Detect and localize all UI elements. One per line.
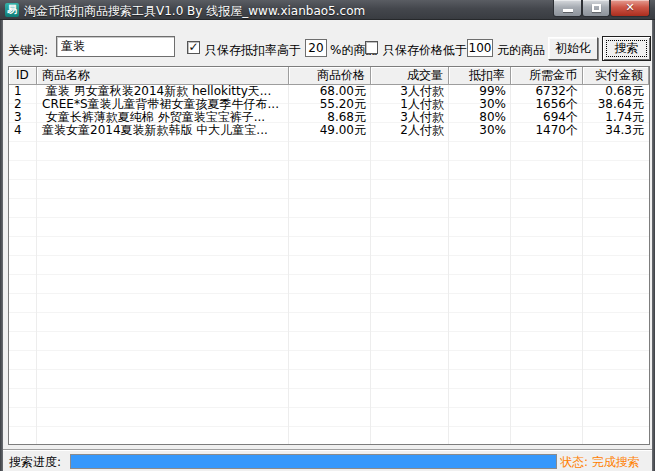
- column-header-volume[interactable]: 成交量: [371, 67, 449, 85]
- cell-name: 童装女童2014夏装新款韩版 中大儿童宝...: [37, 124, 289, 137]
- window-title: 淘金币抵扣商品搜索工具V1.0 By 线报屋_www.xianbao5.com: [24, 3, 365, 20]
- cell-volume: 3人付款: [371, 85, 449, 98]
- cell-coins: 1470个: [511, 124, 583, 137]
- cell-price: 49.00元: [289, 124, 371, 137]
- table-body: 1 童装 男女童秋装2014新款 hellokitty天... 68.00元 3…: [9, 85, 649, 444]
- cell-id: 2: [9, 98, 37, 111]
- filter-rate-checkbox[interactable]: ✓: [187, 41, 200, 54]
- table-header-row: ID 商品名称 商品价格 成交量 抵扣率 所需金币 实付金额: [9, 67, 649, 85]
- cell-paid: 1.74元: [583, 111, 649, 124]
- column-header-price[interactable]: 商品价格: [289, 67, 371, 85]
- cell-paid: 34.3元: [583, 124, 649, 137]
- app-window: 易 淘金币抵扣商品搜索工具V1.0 By 线报屋_www.xianbao5.co…: [0, 0, 655, 471]
- cell-id: 3: [9, 111, 37, 124]
- minimize-button[interactable]: [553, 0, 582, 17]
- maximize-button[interactable]: [582, 0, 610, 17]
- table-row[interactable]: 1 童装 男女童秋装2014新款 hellokitty天... 68.00元 3…: [9, 85, 649, 98]
- cell-rate: 80%: [449, 111, 511, 124]
- price-threshold-input[interactable]: 100: [467, 39, 493, 57]
- cell-id: 1: [9, 85, 37, 98]
- cell-price: 8.68元: [289, 111, 371, 124]
- maximize-icon: [592, 4, 601, 12]
- progress-label: 搜索进度:: [9, 454, 61, 471]
- column-divider: [370, 85, 371, 444]
- cell-coins: 1656个: [511, 98, 583, 111]
- cell-coins: 6732个: [511, 85, 583, 98]
- cell-paid: 0.68元: [583, 85, 649, 98]
- column-divider: [288, 85, 289, 444]
- cell-coins: 694个: [511, 111, 583, 124]
- minimize-icon: [563, 9, 573, 12]
- search-button[interactable]: 搜索: [602, 36, 651, 61]
- cell-rate: 30%: [449, 124, 511, 137]
- filter-price-checkbox[interactable]: [365, 41, 378, 54]
- status-text: 状态: 完成搜索: [560, 454, 640, 471]
- cell-volume: 3人付款: [371, 111, 449, 124]
- cell-rate: 30%: [449, 98, 511, 111]
- column-header-name[interactable]: 商品名称: [37, 67, 289, 85]
- column-header-id[interactable]: ID: [9, 67, 37, 85]
- table-row[interactable]: 3 女童长裤薄款夏纯棉 外贸童装宝宝裤子... 8.68元 3人付款 80% 6…: [9, 111, 649, 124]
- column-header-rate[interactable]: 抵扣率: [449, 67, 511, 85]
- filter-price-label: 只保存价格低于: [383, 42, 467, 59]
- close-button[interactable]: ✕: [610, 0, 650, 17]
- keyword-input[interactable]: [56, 36, 175, 57]
- column-divider: [36, 85, 37, 444]
- search-button-label: 搜索: [615, 41, 639, 55]
- cell-id: 4: [9, 124, 37, 137]
- rate-threshold-input[interactable]: 20: [305, 39, 327, 57]
- app-icon: 易: [5, 3, 19, 17]
- titlebar: 易 淘金币抵扣商品搜索工具V1.0 By 线报屋_www.xianbao5.co…: [0, 0, 655, 20]
- cell-volume: 1人付款: [371, 98, 449, 111]
- window-frame-left: [0, 20, 3, 471]
- statusbar: 搜索进度: 状态: 完成搜索: [3, 449, 652, 471]
- cell-paid: 38.64元: [583, 98, 649, 111]
- keyword-label: 关键词:: [8, 42, 48, 59]
- cell-name: CREE*S童装儿童背带裙女童孩夏季牛仔布...: [37, 98, 289, 111]
- column-divider: [510, 85, 511, 444]
- cell-rate: 99%: [449, 85, 511, 98]
- column-header-paid[interactable]: 实付金额: [583, 67, 649, 85]
- cell-price: 55.20元: [289, 98, 371, 111]
- init-button[interactable]: 初始化: [548, 37, 598, 60]
- progress-fill: [71, 455, 556, 468]
- cell-name: 女童长裤薄款夏纯棉 外贸童装宝宝裤子...: [37, 111, 289, 124]
- filter-price-suffix-label: 元的商品: [497, 42, 545, 59]
- table-row[interactable]: 2 CREE*S童装儿童背带裙女童孩夏季牛仔布... 55.20元 1人付款 3…: [9, 98, 649, 111]
- table-row[interactable]: 4 童装女童2014夏装新款韩版 中大儿童宝... 49.00元 2人付款 30…: [9, 124, 649, 137]
- results-table: ID 商品名称 商品价格 成交量 抵扣率 所需金币 实付金额 1 童装 男女童秋…: [8, 66, 650, 445]
- filter-rate-label: 只保存抵扣率高于: [205, 42, 301, 59]
- column-header-coins[interactable]: 所需金币: [511, 67, 583, 85]
- cell-volume: 2人付款: [371, 124, 449, 137]
- progress-bar: [70, 454, 557, 469]
- cell-price: 68.00元: [289, 85, 371, 98]
- column-divider: [448, 85, 449, 444]
- cell-name: 童装 男女童秋装2014新款 hellokitty天...: [37, 85, 289, 98]
- column-divider: [582, 85, 583, 444]
